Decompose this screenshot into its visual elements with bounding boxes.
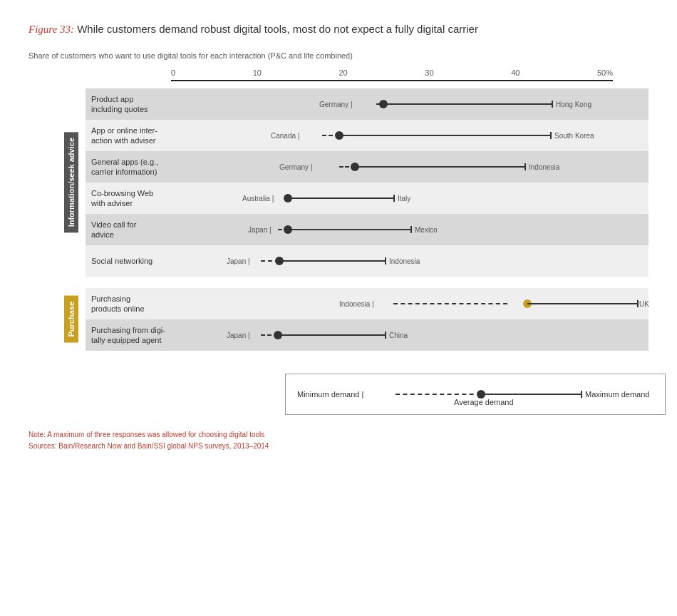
subtitle: Share of customers who want to use digit… — [29, 51, 648, 60]
country-italy-4: Italy — [398, 195, 410, 202]
country-germany-1: Germany | — [319, 101, 353, 108]
row-purchasing-online: Purchasingproducts online Indonesia | UK — [86, 288, 648, 319]
country-japan-6: Japan | — [227, 257, 250, 265]
row-video-call: Video call foradvice Japan | Mexico — [86, 214, 648, 245]
dashed-purchasing-online — [393, 303, 507, 304]
country-canada-2: Canada | — [271, 132, 299, 140]
section-label-info: Information/seek advice — [64, 132, 78, 232]
country-china-8: China — [389, 332, 408, 339]
legend-min-label: Minimum demand | — [297, 390, 363, 399]
legend-inner: Minimum demand | Maximum demand Average … — [297, 384, 653, 405]
note-2: Sources: Bain/Research Now and Bain/SSI … — [29, 441, 648, 452]
axis-tick-40: 40 — [511, 68, 520, 77]
axis-tick-10: 10 — [253, 68, 262, 77]
legend-container: Minimum demand | Maximum demand Average … — [171, 362, 648, 415]
row-social-networking: Social networking Japan | Indonesia — [86, 245, 648, 277]
chart-line-app-adviser: Canada | South Korea — [200, 125, 641, 146]
country-indonesia-3: Indonesia — [529, 163, 559, 171]
tick-max-general-apps — [524, 163, 526, 170]
section-label-col-info: Information/seek advice — [57, 88, 86, 277]
solid-product-app — [383, 103, 552, 105]
row-cobrowsing: Co-browsing Webwith adviser Australia | … — [86, 183, 648, 214]
legend-tick-max — [581, 391, 582, 398]
axis-tick-20: 20 — [339, 68, 348, 77]
row-label-cobrowsing: Co-browsing Webwith adviser — [86, 188, 200, 209]
tick-max-social — [385, 257, 386, 265]
row-label-app-adviser: App or online inter-action with adviser — [86, 125, 200, 146]
chart-line-social-networking: Japan | Indonesia — [200, 250, 641, 272]
axis-tick-50: 50% — [597, 68, 613, 77]
axis-line — [171, 80, 613, 81]
chart-line-video-call: Japan | Mexico — [200, 219, 641, 240]
chart-line-product-app: Germany | Hong Kong — [200, 93, 641, 115]
row-product-app: Product appincluding quotes Germany | — [86, 88, 648, 120]
solid-social — [279, 260, 385, 262]
axis-labels: 0 10 20 30 40 50% — [171, 68, 613, 77]
section-label-purchase: Purchase — [64, 296, 78, 343]
figure-label: Figure 33: — [29, 24, 74, 35]
row-label-product-app: Product appincluding quotes — [86, 94, 200, 115]
tick-max-product-app — [552, 101, 553, 108]
tick-max-app-adviser — [550, 132, 552, 139]
axis-tick-30: 30 — [425, 68, 433, 77]
country-indonesia-6: Indonesia — [389, 257, 420, 265]
country-southkorea-2: South Korea — [554, 132, 594, 140]
legend-box: Minimum demand | Maximum demand Average … — [285, 374, 666, 415]
row-label-purchasing-agent: Purchasing from digi-tally equipped agen… — [86, 325, 200, 346]
country-japan-5: Japan | — [248, 226, 272, 234]
solid-general-apps — [355, 166, 524, 168]
figure-container: Figure 33: While customers demand robust… — [29, 21, 648, 452]
country-japan-8: Japan | — [227, 332, 250, 339]
tick-max-purchasing-agent — [385, 332, 386, 339]
row-label-social-networking: Social networking — [86, 256, 200, 266]
axis-row: 0 10 20 30 40 50% — [57, 68, 648, 77]
figure-title-text: While customers demand robust digital to… — [77, 23, 478, 35]
section-information: Information/seek advice Product appinclu… — [57, 88, 648, 277]
solid-purchasing-online — [527, 303, 637, 304]
country-indonesia-7: Indonesia | — [339, 300, 374, 308]
row-label-video-call: Video call foradvice — [86, 220, 200, 240]
solid-cobrowsing — [288, 197, 393, 199]
legend-avg-label: Average demand — [454, 398, 514, 406]
chart-line-purchasing-online: Indonesia | UK — [200, 293, 641, 314]
solid-video-call — [288, 229, 410, 230]
row-purchasing-agent: Purchasing from digi-tally equipped agen… — [86, 319, 648, 351]
chart-line-general-apps: Germany | Indonesia — [200, 156, 641, 178]
chart-line-cobrowsing: Australia | Italy — [200, 188, 641, 209]
country-germany-3: Germany | — [279, 163, 313, 171]
tick-max-purchasing-online — [637, 300, 639, 307]
solid-app-adviser — [339, 135, 550, 136]
legend-solid — [481, 394, 581, 395]
chart-line-purchasing-agent: Japan | China — [200, 324, 641, 346]
chart-area: 0 10 20 30 40 50% Information/seek advic… — [57, 68, 648, 415]
solid-purchasing-agent — [278, 334, 385, 336]
country-uk-7: UK — [639, 300, 649, 308]
tick-max-cobrowsing — [393, 195, 395, 202]
notes: Note: A maximum of three responses was a… — [29, 429, 648, 452]
row-label-purchasing-online: Purchasingproducts online — [86, 294, 200, 314]
axis-tick-0: 0 — [171, 68, 175, 77]
note-1: Note: A maximum of three responses was a… — [29, 429, 648, 441]
rows-info: Product appincluding quotes Germany | — [86, 88, 648, 277]
country-hongkong-1: Hong Kong — [556, 101, 591, 108]
legend-max-label: Maximum demand — [585, 390, 649, 399]
section-label-col-purchase: Purchase — [57, 288, 86, 351]
country-mexico-5: Mexico — [415, 226, 438, 234]
rows-purchase: Purchasingproducts online Indonesia | UK… — [86, 288, 648, 351]
figure-title: Figure 33: While customers demand robust… — [29, 21, 648, 37]
tick-max-video-call — [410, 226, 412, 233]
section-purchase: Purchase Purchasingproducts online Indon… — [57, 288, 648, 351]
legend-dashed — [396, 394, 481, 395]
country-australia-4: Australia | — [242, 195, 274, 202]
row-app-adviser: App or online inter-action with adviser … — [86, 120, 648, 151]
row-label-general-apps: General apps (e.g.,carrier information) — [86, 157, 200, 178]
row-general-apps: General apps (e.g.,carrier information) … — [86, 151, 648, 183]
